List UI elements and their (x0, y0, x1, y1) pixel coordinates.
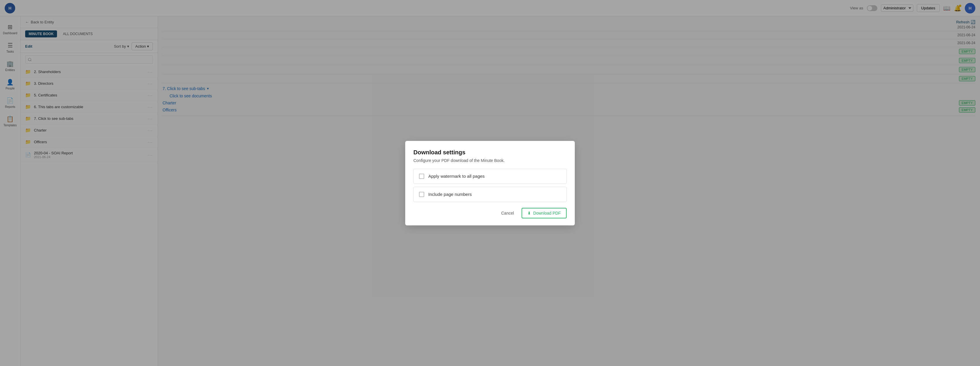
watermark-label: Apply watermark to all pages (428, 173, 485, 178)
pagenumbers-label: Include page numbers (428, 192, 472, 197)
watermark-checkbox[interactable] (419, 173, 424, 179)
watermark-option[interactable]: Apply watermark to all pages (414, 169, 566, 184)
modal-overlay[interactable]: Download settings Configure your PDF dow… (0, 0, 980, 366)
cancel-button[interactable]: Cancel (498, 208, 517, 218)
modal-footer: Cancel ⬇ Download PDF (414, 208, 566, 218)
download-settings-modal: Download settings Configure your PDF dow… (405, 141, 575, 225)
modal-subtitle: Configure your PDF download of the Minut… (414, 158, 566, 163)
pagenumbers-checkbox[interactable] (419, 192, 424, 197)
modal-title: Download settings (414, 149, 566, 156)
download-label: Download PDF (533, 211, 561, 215)
download-pdf-button[interactable]: ⬇ Download PDF (522, 208, 566, 218)
download-icon: ⬇ (527, 211, 531, 215)
pagenumbers-option[interactable]: Include page numbers (414, 187, 566, 202)
